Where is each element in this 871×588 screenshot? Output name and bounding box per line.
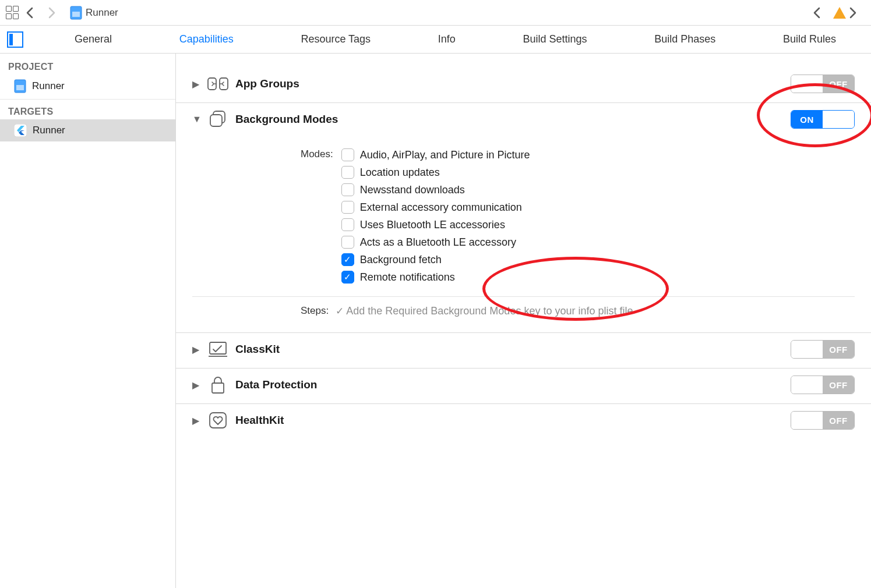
breadcrumb-title: Runner (86, 7, 118, 19)
flutter-app-icon (14, 124, 27, 137)
toolbar: Runner (0, 0, 871, 26)
switch-off-label: OFF (823, 412, 854, 429)
capability-title: HealthKit (235, 414, 284, 427)
mode-item: External accessory communication (341, 201, 530, 214)
tab-general[interactable]: General (75, 33, 112, 45)
steps-description: Add the Required Background Modes key to… (346, 305, 633, 317)
capability-switch-background-modes[interactable]: ON (791, 110, 855, 129)
capability-switch-app-groups[interactable]: OFF (791, 75, 855, 93)
tab-build-phases[interactable]: Build Phases (654, 33, 715, 45)
svg-rect-1 (72, 12, 80, 17)
mode-item: Location updates (341, 166, 530, 179)
sidebar-project-item[interactable]: Runner (0, 75, 175, 98)
switch-off-label: OFF (823, 376, 854, 394)
mode-item: ✓Remote notifications (341, 271, 530, 284)
svg-rect-8 (210, 115, 222, 126)
svg-rect-3 (16, 85, 24, 90)
disclosure-triangle-icon[interactable]: ▶ (192, 344, 200, 355)
sidebar-target-item[interactable]: Runner (0, 119, 175, 141)
project-file-icon (70, 6, 82, 20)
lock-icon (207, 374, 228, 395)
project-file-icon (14, 79, 26, 93)
mode-checkbox[interactable] (341, 148, 354, 161)
project-navigator-sidebar: PROJECT Runner TARGETS Runner (0, 54, 176, 588)
mode-checkbox[interactable] (341, 201, 354, 214)
mode-item: ✓Background fetch (341, 253, 530, 266)
breadcrumb[interactable]: Runner (70, 6, 118, 20)
capabilities-content: ▶ App Groups OFF ▼ Background Modes ON M… (176, 54, 871, 588)
capability-switch-classkit[interactable]: OFF (791, 340, 855, 359)
modes-label: Modes: (301, 148, 333, 284)
mode-label: Audio, AirPlay, and Picture in Picture (360, 149, 530, 161)
tab-build-rules[interactable]: Build Rules (783, 33, 836, 45)
capability-title: Background Modes (235, 113, 338, 126)
tab-resource-tags[interactable]: Resource Tags (301, 33, 371, 45)
mode-label: Newsstand downloads (360, 184, 465, 196)
tab-build-settings[interactable]: Build Settings (523, 33, 587, 45)
capability-row-app-groups: ▶ App Groups OFF (176, 68, 871, 103)
mode-label: External accessory communication (360, 201, 522, 214)
disclosure-triangle-icon[interactable]: ▶ (192, 380, 200, 391)
switch-on-label: ON (791, 111, 823, 128)
mode-item: Acts as a Bluetooth LE accessory (341, 236, 530, 249)
capability-row-healthkit: ▶ HealthKit OFF (176, 404, 871, 439)
steps-label: Steps: (301, 305, 329, 317)
mode-label: Acts as a Bluetooth LE accessory (360, 236, 516, 249)
mode-checkbox[interactable] (341, 166, 354, 179)
capability-title: App Groups (235, 77, 299, 90)
switch-off-label: OFF (823, 341, 854, 358)
related-items-icon[interactable] (5, 5, 21, 21)
mode-item: Newsstand downloads (341, 183, 530, 196)
capability-row-background-modes: ▼ Background Modes ON (176, 103, 871, 138)
prev-issue-button[interactable] (813, 7, 830, 19)
tab-capabilities[interactable]: Capabilities (179, 33, 234, 45)
switch-off-label: OFF (823, 75, 854, 93)
app-groups-icon (207, 73, 228, 94)
sidebar-project-header: PROJECT (0, 57, 175, 75)
mode-label: Background fetch (360, 254, 442, 266)
mode-checkbox[interactable]: ✓ (341, 271, 354, 284)
divider (192, 296, 855, 297)
background-modes-icon (207, 109, 228, 130)
mode-label: Remote notifications (360, 271, 455, 284)
mode-label: Location updates (360, 167, 440, 179)
mode-checkbox[interactable]: ✓ (341, 253, 354, 266)
mode-checkbox[interactable] (341, 236, 354, 249)
warning-icon[interactable] (833, 6, 847, 19)
capability-switch-healthkit[interactable]: OFF (791, 411, 855, 430)
nav-back-button[interactable] (26, 7, 43, 19)
sidebar-targets-header: TARGETS (0, 102, 175, 119)
capability-title: ClassKit (235, 343, 280, 356)
mode-item: Audio, AirPlay, and Picture in Picture (341, 148, 530, 161)
left-pane-toggle-icon[interactable] (7, 31, 23, 48)
capability-title: Data Protection (235, 378, 317, 391)
mode-item: Uses Bluetooth LE accessories (341, 218, 530, 231)
svg-rect-4 (14, 124, 27, 137)
capability-row-classkit: ▶ ClassKit OFF (176, 333, 871, 369)
classkit-icon (207, 339, 228, 360)
mode-checkbox[interactable] (341, 218, 354, 231)
steps-text: ✓Add the Required Background Modes key t… (336, 305, 633, 317)
checkmark-icon: ✓ (336, 306, 344, 317)
disclosure-triangle-icon[interactable]: ▶ (192, 415, 200, 426)
mode-label: Uses Bluetooth LE accessories (360, 219, 505, 231)
healthkit-icon (207, 410, 228, 431)
svg-rect-12 (210, 413, 226, 428)
mode-checkbox[interactable] (341, 183, 354, 196)
svg-rect-9 (210, 342, 226, 354)
disclosure-triangle-icon[interactable]: ▶ (192, 79, 200, 90)
editor-tabs-bar: GeneralCapabilitiesResource TagsInfoBuil… (0, 26, 871, 54)
capability-switch-data-protection[interactable]: OFF (791, 376, 855, 394)
nav-forward-button[interactable] (48, 7, 65, 19)
background-modes-expanded: Modes: Audio, AirPlay, and Picture in Pi… (176, 148, 871, 333)
tab-info[interactable]: Info (438, 33, 456, 45)
next-issue-button[interactable] (849, 7, 866, 19)
sidebar-project-label: Runner (32, 80, 65, 92)
svg-rect-11 (212, 383, 224, 393)
disclosure-triangle-icon[interactable]: ▼ (192, 114, 200, 125)
sidebar-target-label: Runner (33, 125, 65, 136)
capability-row-data-protection: ▶ Data Protection OFF (176, 369, 871, 404)
